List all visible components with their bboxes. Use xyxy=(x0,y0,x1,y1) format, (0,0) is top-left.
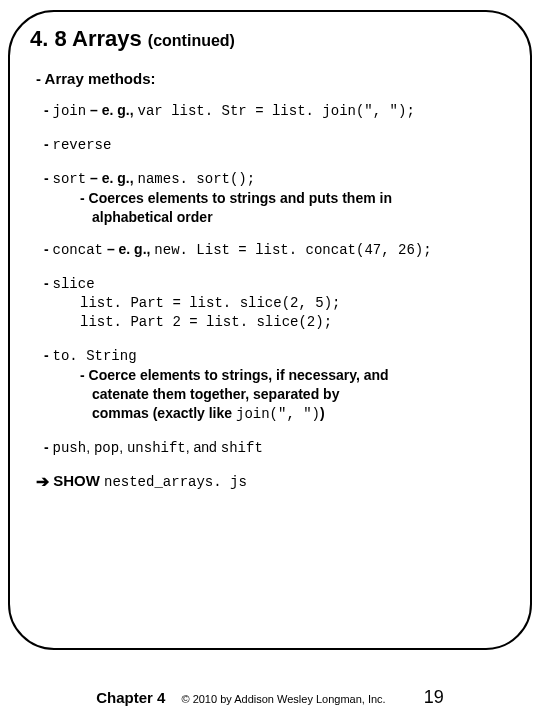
slide-frame: 4. 8 Arrays (continued) - Array methods:… xyxy=(8,10,532,650)
method-name: to. String xyxy=(53,348,137,364)
tostring-sub-1: - Coerce elements to strings, if necessa… xyxy=(80,366,510,385)
item-reverse: - reverse xyxy=(44,135,510,155)
section-intro: - Array methods: xyxy=(36,70,510,87)
sort-sub: - Coerces elements to strings and puts t… xyxy=(80,189,510,208)
eg-label: – e. g., xyxy=(90,170,137,186)
item-sort: - sort – e. g., names. sort(); - Coerces… xyxy=(44,169,510,227)
dash: - xyxy=(44,170,49,186)
dash: - xyxy=(44,241,49,257)
slice-line-1: list. Part = list. slice(2, 5); xyxy=(80,294,510,313)
method-name: sort xyxy=(53,171,87,187)
method-name: concat xyxy=(53,242,103,258)
chapter-label: Chapter 4 xyxy=(96,689,165,706)
m-pop: pop xyxy=(94,440,119,456)
slice-line-2: list. Part 2 = list. slice(2); xyxy=(80,313,510,332)
comma: , xyxy=(119,439,127,455)
m-unshift: unshift xyxy=(127,440,186,456)
show-label: SHOW xyxy=(53,472,104,489)
item-pushpop: - push, pop, unshift, and shift xyxy=(44,438,510,458)
title-main: Arrays xyxy=(72,26,142,51)
arrow-right-icon: ➔ xyxy=(36,472,49,491)
item-concat: - concat – e. g., new. List = list. conc… xyxy=(44,240,510,260)
dash: - xyxy=(44,102,49,118)
dash: - xyxy=(44,347,49,363)
sub-text-1: Coerces elements to strings and puts the… xyxy=(85,190,392,206)
sub-text-3a: commas (exactly like xyxy=(92,405,236,421)
item-join: - join – e. g., var list. Str = list. jo… xyxy=(44,101,510,121)
copyright-text: © 2010 by Addison Wesley Longman, Inc. xyxy=(181,693,385,705)
tostring-sub-2: catenate them together, separated by xyxy=(92,385,510,404)
slide-footer: Chapter 4 © 2010 by Addison Wesley Longm… xyxy=(0,687,540,708)
m-push: push xyxy=(53,440,87,456)
show-line: ➔ SHOW nested_arrays. js xyxy=(36,471,510,490)
item-slice: - slice list. Part = list. slice(2, 5); … xyxy=(44,274,510,332)
dash: - xyxy=(44,439,49,455)
eg-label: – e. g., xyxy=(107,241,154,257)
tostring-sub-3: commas (exactly like join(", ")) xyxy=(92,404,510,424)
code-example: var list. Str = list. join(", "); xyxy=(138,103,415,119)
and-text: , and xyxy=(186,439,221,455)
sub-code: join(", ") xyxy=(236,406,320,422)
show-file: nested_arrays. js xyxy=(104,474,247,490)
method-name: reverse xyxy=(53,137,112,153)
sub-text-1: Coerce elements to strings, if necessary… xyxy=(85,367,389,383)
m-shift: shift xyxy=(221,440,263,456)
sub-text-3b: ) xyxy=(320,405,325,421)
page-number: 19 xyxy=(424,687,444,708)
code-example: names. sort(); xyxy=(138,171,256,187)
comma: , xyxy=(86,439,94,455)
code-example: new. List = list. concat(47, 26); xyxy=(154,242,431,258)
sort-sub-2: alphabetical order xyxy=(92,208,510,227)
slide-page: 4. 8 Arrays (continued) - Array methods:… xyxy=(0,0,540,720)
title-number: 4. 8 xyxy=(30,26,67,51)
dash: - xyxy=(44,275,49,291)
title-continued: (continued) xyxy=(148,32,235,49)
method-name: join xyxy=(53,103,87,119)
item-tostring: - to. String - Coerce elements to string… xyxy=(44,346,510,424)
dash: - xyxy=(44,136,49,152)
eg-label: – e. g., xyxy=(90,102,137,118)
slide-title: 4. 8 Arrays (continued) xyxy=(30,26,510,52)
method-name: slice xyxy=(53,276,95,292)
